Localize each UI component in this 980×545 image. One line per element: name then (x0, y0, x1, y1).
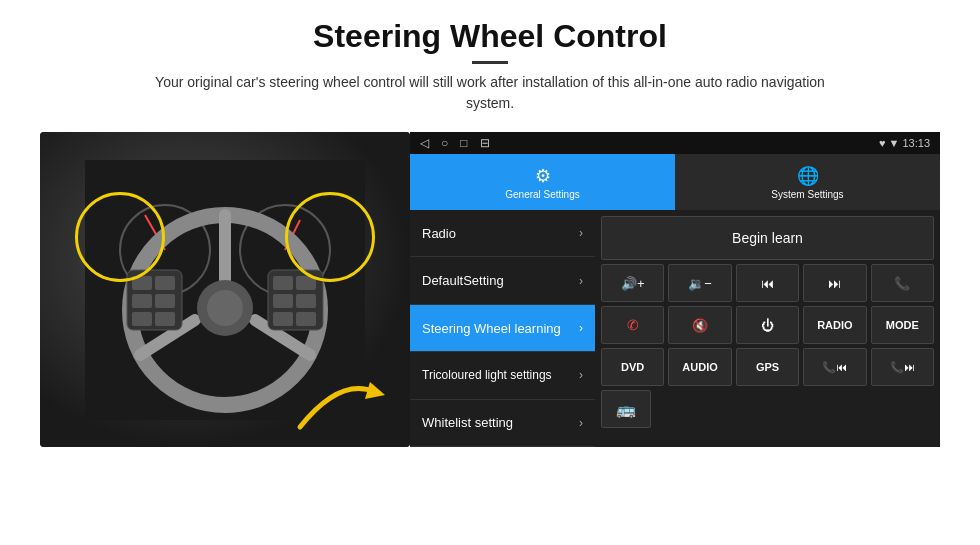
menu-radio-label: Radio (422, 226, 456, 241)
svg-rect-19 (273, 276, 293, 290)
tab-general-settings[interactable]: ⚙ General Settings (410, 154, 675, 210)
audio-label: AUDIO (682, 361, 717, 373)
tel-next-button[interactable]: 📞⏭ (871, 348, 934, 386)
back-nav-icon[interactable]: ◁ (420, 136, 429, 150)
volume-up-button[interactable]: 🔊+ (601, 264, 664, 302)
gear-icon: ⚙ (535, 165, 551, 187)
title-section: Steering Wheel Control Your original car… (130, 18, 850, 114)
recent-nav-icon[interactable]: □ (460, 136, 467, 150)
steering-wheel-image (40, 132, 410, 447)
svg-rect-12 (132, 276, 152, 290)
menu-item-whitelist[interactable]: Whitelist setting › (410, 400, 595, 447)
begin-learn-row: Begin learn (601, 216, 934, 260)
svg-rect-15 (155, 276, 175, 290)
chevron-right-icon: › (579, 321, 583, 335)
svg-rect-17 (155, 312, 175, 326)
next-icon: ⏭ (828, 276, 841, 291)
vol-down-icon: 🔉− (688, 276, 712, 291)
power-button[interactable]: ⏻ (736, 306, 799, 344)
next-track-button[interactable]: ⏭ (803, 264, 866, 302)
gps-button[interactable]: GPS (736, 348, 799, 386)
mute-icon: 🔇 (692, 318, 708, 333)
title-divider (472, 61, 508, 64)
page-title: Steering Wheel Control (130, 18, 850, 55)
dvd-button[interactable]: DVD (601, 348, 664, 386)
svg-rect-24 (296, 312, 316, 326)
radio-button[interactable]: RADIO (803, 306, 866, 344)
svg-marker-25 (365, 382, 385, 399)
mode-button[interactable]: MODE (871, 306, 934, 344)
menu-item-default-setting[interactable]: DefaultSetting › (410, 257, 595, 304)
status-bar: ◁ ○ □ ⊟ ♥ ▼ 13:13 (410, 132, 940, 154)
chevron-right-icon: › (579, 226, 583, 240)
menu-item-steering-wheel[interactable]: Steering Wheel learning › (410, 305, 595, 352)
menu-tricolour-label: Tricoloured light settings (422, 368, 552, 382)
status-bar-info: ♥ ▼ 13:13 (879, 137, 930, 149)
phone-answer-button[interactable]: 📞 (871, 264, 934, 302)
chevron-right-icon: › (579, 368, 583, 382)
dvd-label: DVD (621, 361, 644, 373)
control-buttons-row3: DVD AUDIO GPS 📞⏮ 📞⏭ (601, 348, 934, 386)
globe-icon: 🌐 (797, 165, 819, 187)
svg-point-10 (207, 290, 243, 326)
subtitle: Your original car's steering wheel contr… (130, 72, 850, 114)
control-panel: Begin learn 🔊+ 🔉− ⏮ (595, 210, 940, 447)
tel-prev-button[interactable]: 📞⏮ (803, 348, 866, 386)
tel-prev-icon: 📞⏮ (822, 361, 847, 374)
chevron-right-icon: › (579, 416, 583, 430)
svg-rect-13 (132, 294, 152, 308)
screenshot-nav-icon[interactable]: ⊟ (480, 136, 490, 150)
settings-menu-list: Radio › DefaultSetting › Steering Wheel … (410, 210, 595, 447)
menu-item-tricolour[interactable]: Tricoloured light settings › (410, 352, 595, 399)
whitelist-icon-row: 🚌 (601, 390, 934, 428)
svg-rect-14 (132, 312, 152, 326)
prev-track-button[interactable]: ⏮ (736, 264, 799, 302)
mode-label: MODE (886, 319, 919, 331)
phone-icon: 📞 (894, 276, 910, 291)
radio-label: RADIO (817, 319, 852, 331)
control-buttons-row1: 🔊+ 🔉− ⏮ ⏭ 📞 (601, 264, 934, 302)
settings-area: Radio › DefaultSetting › Steering Wheel … (410, 210, 940, 447)
home-nav-icon[interactable]: ○ (441, 136, 448, 150)
gps-label: GPS (756, 361, 779, 373)
svg-rect-23 (296, 294, 316, 308)
whitelist-bus-icon[interactable]: 🚌 (601, 390, 651, 428)
chevron-right-icon: › (579, 274, 583, 288)
status-time: ♥ ▼ 13:13 (879, 137, 930, 149)
svg-rect-20 (273, 294, 293, 308)
call-end-button[interactable]: ✆ (601, 306, 664, 344)
svg-rect-16 (155, 294, 175, 308)
bus-icon: 🚌 (616, 400, 636, 419)
tab-general-label: General Settings (505, 189, 580, 200)
control-buttons-row2: ✆ 🔇 ⏻ RADIO MODE (601, 306, 934, 344)
tab-system-settings[interactable]: 🌐 System Settings (675, 154, 940, 210)
content-area: ◁ ○ □ ⊟ ♥ ▼ 13:13 ⚙ General Settings 🌐 S… (40, 132, 940, 535)
mute-button[interactable]: 🔇 (668, 306, 731, 344)
menu-steering-label: Steering Wheel learning (422, 321, 561, 336)
vol-up-icon: 🔊+ (621, 276, 645, 291)
menu-whitelist-label: Whitelist setting (422, 415, 513, 430)
menu-item-radio[interactable]: Radio › (410, 210, 595, 257)
call-end-icon: ✆ (627, 317, 639, 333)
svg-rect-22 (296, 276, 316, 290)
tel-next-icon: 📞⏭ (890, 361, 915, 374)
volume-down-button[interactable]: 🔉− (668, 264, 731, 302)
audio-button[interactable]: AUDIO (668, 348, 731, 386)
prev-icon: ⏮ (761, 276, 774, 291)
power-icon: ⏻ (761, 318, 774, 333)
tab-system-label: System Settings (771, 189, 843, 200)
tab-bar: ⚙ General Settings 🌐 System Settings (410, 154, 940, 210)
status-bar-nav-icons: ◁ ○ □ ⊟ (420, 136, 490, 150)
head-unit-screen: ◁ ○ □ ⊟ ♥ ▼ 13:13 ⚙ General Settings 🌐 S… (410, 132, 940, 447)
begin-learn-button[interactable]: Begin learn (601, 216, 934, 260)
svg-rect-21 (273, 312, 293, 326)
menu-default-label: DefaultSetting (422, 273, 504, 288)
